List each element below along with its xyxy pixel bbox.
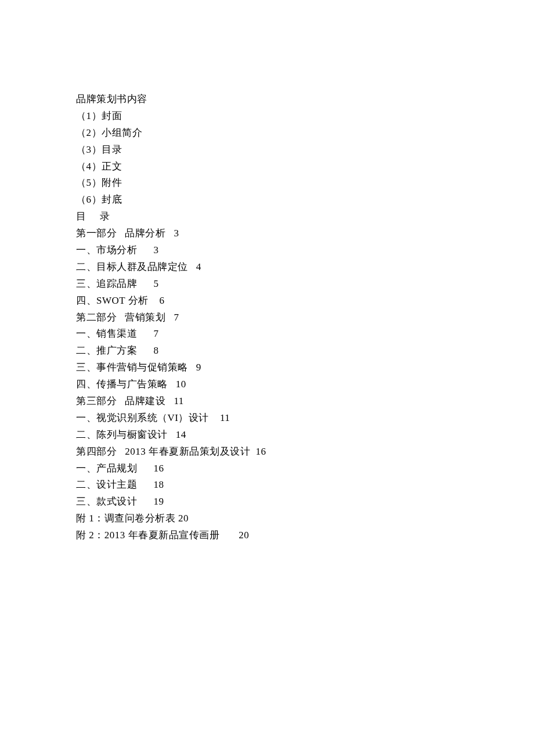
toc-gap — [149, 293, 160, 309]
header-item-text: （1）封面 — [76, 108, 122, 125]
toc-gap — [209, 410, 220, 427]
toc-label: 三、事件营销与促销策略 — [76, 359, 188, 376]
header-item-text: （2）小组简介 — [76, 125, 142, 142]
toc-entry: 三、追踪品牌 5 — [76, 276, 534, 293]
toc-entry: 第二部分 营销策划 7 — [76, 309, 534, 326]
toc-entry: 附 2：2013 年春夏新品宣传画册 20 — [76, 527, 534, 544]
toc-page: 3 — [154, 242, 159, 259]
header-item-text: （5）附件 — [76, 175, 122, 192]
toc-gap — [137, 326, 154, 343]
header-item: （1）封面 — [76, 108, 534, 125]
toc-page: 14 — [176, 427, 186, 444]
toc-label: 第二部分 营销策划 — [76, 309, 165, 326]
toc-label: 第一部分 品牌分析 — [76, 225, 165, 242]
toc-gap — [137, 276, 154, 293]
toc-entry: 第四部分 2013 年春夏新品策划及设计 16 — [76, 444, 534, 460]
toc-entry: 二、设计主题 18 — [76, 477, 534, 494]
toc-gap — [250, 444, 256, 460]
toc-page: 4 — [196, 259, 201, 276]
toc-page: 18 — [154, 477, 164, 494]
toc-entry: 二、目标人群及品牌定位 4 — [76, 259, 534, 276]
toc-label: 二、目标人群及品牌定位 — [76, 259, 188, 276]
toc-label: 二、陈列与橱窗设计 — [76, 427, 168, 444]
toc-label: 一、销售渠道 — [76, 326, 137, 343]
toc-label: 三、追踪品牌 — [76, 276, 137, 293]
toc-page: 11 — [220, 410, 230, 427]
toc-label: 二、设计主题 — [76, 477, 137, 494]
toc-label: 四、SWOT 分析 — [76, 293, 149, 309]
toc-entry: 附 1：调查问卷分析表 20 — [76, 510, 534, 527]
toc-entry: 第一部分 品牌分析 3 — [76, 225, 534, 242]
toc-heading-text: 目 录 — [76, 208, 110, 225]
toc-page: 6 — [160, 293, 165, 309]
header-item: （4）正文 — [76, 159, 534, 175]
toc-gap — [165, 225, 174, 242]
toc-entry: 一、市场分析 3 — [76, 242, 534, 259]
toc-label: 第四部分 2013 年春夏新品策划及设计 — [76, 444, 250, 460]
toc-page: 7 — [154, 326, 159, 343]
toc-gap — [165, 393, 174, 410]
toc-gap — [188, 259, 196, 276]
toc-entry: 二、推广方案 8 — [76, 343, 534, 359]
toc-page: 16 — [256, 444, 266, 460]
toc-entry: 一、产品规划 16 — [76, 460, 534, 477]
toc-gap — [137, 477, 154, 494]
toc-entry: 一、销售渠道 7 — [76, 326, 534, 343]
toc-gap — [168, 427, 176, 444]
toc-page: 7 — [174, 309, 179, 326]
toc-gap — [137, 343, 154, 359]
toc-entry: 四、SWOT 分析 6 — [76, 293, 534, 309]
toc-page: 10 — [176, 376, 186, 393]
header-title-text: 品牌策划书内容 — [76, 91, 147, 108]
toc-page: 20 — [178, 510, 189, 527]
toc-label: 附 2：2013 年春夏新品宣传画册 — [76, 527, 219, 544]
toc-entry: 三、款式设计 19 — [76, 494, 534, 510]
toc-label: 四、传播与广告策略 — [76, 376, 168, 393]
toc-gap — [137, 494, 154, 510]
toc-page: 20 — [239, 527, 249, 544]
toc-heading: 目 录 — [76, 208, 534, 225]
header-item: （5）附件 — [76, 175, 534, 192]
toc-label: 一、产品规划 — [76, 460, 137, 477]
toc-gap — [165, 309, 174, 326]
toc-label: 一、市场分析 — [76, 242, 137, 259]
header-item: （6）封底 — [76, 192, 534, 208]
header-title: 品牌策划书内容 — [76, 91, 534, 108]
toc-gap — [137, 242, 154, 259]
header-item-text: （4）正文 — [76, 159, 122, 175]
header-item-text: （6）封底 — [76, 192, 122, 208]
header-item: （3）目录 — [76, 142, 534, 159]
toc-page: 16 — [154, 460, 164, 477]
toc-label: 三、款式设计 — [76, 494, 137, 510]
toc-page: 19 — [154, 494, 164, 510]
toc-gap — [219, 527, 239, 544]
toc-label: 一、视觉识别系统（VI）设计 — [76, 410, 209, 427]
toc-entry: 四、传播与广告策略 10 — [76, 376, 534, 393]
toc-gap — [168, 376, 176, 393]
document-content: 品牌策划书内容 （1）封面 （2）小组简介 （3）目录 （4）正文 （5）附件 … — [76, 91, 534, 544]
header-item-text: （3）目录 — [76, 142, 122, 159]
toc-gap — [137, 460, 154, 477]
toc-entry: 第三部分 品牌建设 11 — [76, 393, 534, 410]
toc-gap — [188, 359, 196, 376]
toc-entry: 一、视觉识别系统（VI）设计 11 — [76, 410, 534, 427]
toc-page: 8 — [154, 343, 159, 359]
toc-label: 第三部分 品牌建设 — [76, 393, 165, 410]
toc-page: 9 — [196, 359, 201, 376]
toc-entry: 二、陈列与橱窗设计 14 — [76, 427, 534, 444]
toc-label: 二、推广方案 — [76, 343, 137, 359]
toc-page: 3 — [174, 225, 179, 242]
toc-entry: 三、事件营销与促销策略 9 — [76, 359, 534, 376]
toc-page: 11 — [174, 393, 184, 410]
toc-page: 5 — [154, 276, 159, 293]
toc-label: 附 1：调查问卷分析表 — [76, 510, 175, 527]
header-item: （2）小组简介 — [76, 125, 534, 142]
